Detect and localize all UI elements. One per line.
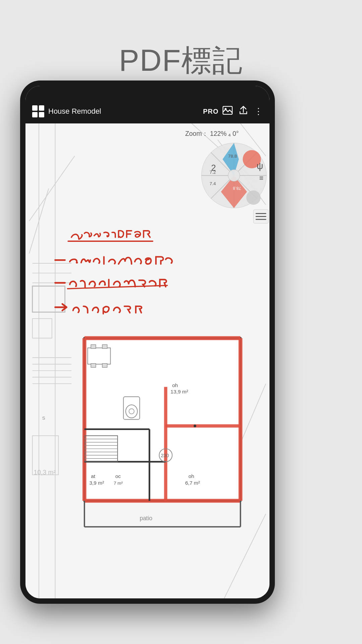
- svg-text:230: 230: [161, 453, 169, 458]
- app-title: House Remodel: [48, 107, 199, 116]
- svg-text:oh: oh: [172, 382, 178, 388]
- svg-rect-81: [102, 345, 107, 349]
- svg-rect-80: [91, 345, 96, 349]
- svg-rect-52: [84, 338, 241, 501]
- svg-rect-6: [33, 286, 65, 312]
- svg-text:Zoom：  122%  ₄  0°: Zoom： 122% ₄ 0°: [185, 130, 239, 137]
- svg-text:10,3 m²: 10,3 m²: [34, 469, 56, 476]
- grid-icon[interactable]: [32, 105, 44, 117]
- svg-text:S: S: [42, 416, 45, 421]
- svg-text:7 m²: 7 m²: [114, 481, 123, 486]
- svg-rect-82: [91, 364, 96, 368]
- svg-line-50: [67, 285, 167, 289]
- svg-text:patio: patio: [140, 515, 153, 522]
- svg-text:13,9 m²: 13,9 m²: [171, 389, 188, 394]
- status-bar: [25, 86, 269, 99]
- svg-text:3,9 m²: 3,9 m²: [89, 480, 104, 486]
- app-toolbar: House Remodel PRO: [25, 99, 269, 123]
- svg-text:at: at: [91, 473, 96, 479]
- svg-text:6,7 m²: 6,7 m²: [185, 480, 200, 486]
- hamburger-menu[interactable]: [253, 210, 268, 223]
- svg-text:78.8: 78.8: [233, 186, 241, 191]
- phone-frame: House Remodel PRO: [20, 80, 275, 604]
- svg-point-85: [126, 405, 137, 418]
- svg-text:≡: ≡: [259, 174, 263, 182]
- svg-point-89: [194, 425, 196, 427]
- svg-text:78.8: 78.8: [228, 154, 237, 159]
- canvas-area[interactable]: 10,3 m² Zoom： 122% ₄ 0°: [25, 123, 269, 598]
- phone-screen: House Remodel PRO: [25, 86, 269, 598]
- share-icon[interactable]: [239, 106, 248, 117]
- page-title: PDF標記: [0, 40, 362, 81]
- svg-rect-7: [33, 319, 52, 338]
- svg-point-37: [246, 191, 261, 205]
- svg-text:oh: oh: [188, 473, 194, 479]
- svg-rect-83: [102, 364, 107, 368]
- image-icon[interactable]: [223, 106, 233, 117]
- pro-badge: PRO: [203, 108, 219, 115]
- more-options-icon[interactable]: ⋮: [254, 106, 263, 117]
- svg-point-42: [228, 170, 240, 181]
- svg-text:2: 2: [211, 163, 216, 172]
- svg-text:ψ: ψ: [257, 161, 263, 171]
- svg-line-4: [29, 156, 75, 221]
- toolbar-actions: ⋮: [223, 106, 263, 117]
- svg-text:oc: oc: [115, 473, 121, 479]
- svg-text:7.4: 7.4: [209, 181, 216, 186]
